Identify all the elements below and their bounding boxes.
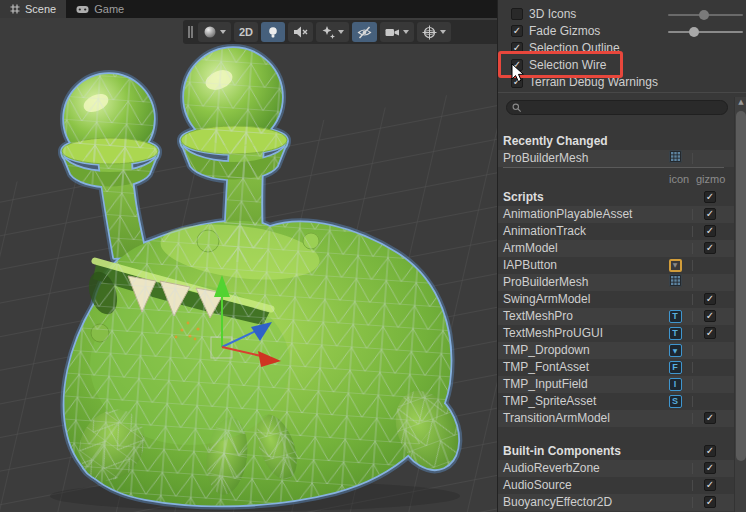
slider-knob[interactable] <box>689 27 699 37</box>
annotation-list: Recently ChangedProBuilderMeshicongizmoS… <box>498 133 734 511</box>
slider-track[interactable] <box>668 14 743 16</box>
component-name: ProBuilderMesh <box>503 274 588 291</box>
column-separator <box>692 328 693 339</box>
section-header-label: Built-in Components <box>503 443 621 460</box>
component-name: TransitionArmModel <box>503 410 610 427</box>
gizmos-search-input[interactable] <box>523 101 723 114</box>
column-separator <box>692 379 693 390</box>
component-name: AudioReverbZone <box>503 460 600 477</box>
tmp-letter-T-icon: T <box>669 327 682 340</box>
slider-knob[interactable] <box>699 10 709 20</box>
checkbox[interactable]: ✓ <box>511 25 523 37</box>
column-separator <box>692 260 693 271</box>
list-item[interactable]: AnimationPlayableAsset✓ <box>498 206 734 223</box>
scrollbar-thumb[interactable] <box>736 111 746 461</box>
section-header-row[interactable]: Built-in Components✓ <box>498 443 734 460</box>
icon-slot: T <box>667 326 683 341</box>
list-item[interactable]: AnimationTrack✓ <box>498 223 734 240</box>
tab-scene-label: Scene <box>25 3 56 15</box>
gizmo-checkbox[interactable]: ✓ <box>704 310 716 322</box>
shading-mode-button[interactable] <box>198 22 231 42</box>
list-item[interactable]: TransitionArmModel✓ <box>498 410 734 427</box>
mouse-cursor <box>511 63 525 83</box>
component-name: TextMeshPro <box>503 308 573 325</box>
gizmo-checkbox[interactable]: ✓ <box>704 191 716 203</box>
chevron-down-icon <box>403 30 409 34</box>
2d-toggle-button[interactable]: 2D <box>234 22 258 42</box>
list-item[interactable]: ArmModel✓ <box>498 240 734 257</box>
column-separator <box>692 226 693 237</box>
column-separator <box>692 243 693 254</box>
camera-icon <box>385 27 400 38</box>
icon-slot: I <box>667 377 683 392</box>
effects-sparkle-icon <box>321 26 335 39</box>
list-item[interactable]: SwingArmModel✓ <box>498 291 734 308</box>
list-item[interactable]: TextMeshProUGUIT✓ <box>498 325 734 342</box>
list-item[interactable]: IAPButton▼ <box>498 257 734 274</box>
eye-hidden-icon <box>357 26 372 39</box>
checkbox[interactable] <box>511 8 523 20</box>
icon-slot: ▼ <box>667 343 683 358</box>
list-item[interactable]: TMP_SpriteAssetS <box>498 393 734 410</box>
component-name: AudioSource <box>503 477 572 494</box>
gizmo-checkbox[interactable]: ✓ <box>704 412 716 424</box>
list-item[interactable]: TMP_FontAssetF <box>498 359 734 376</box>
lighting-toggle-button[interactable] <box>261 22 285 42</box>
toolbar-drag-handle[interactable] <box>188 26 193 38</box>
column-separator <box>692 345 693 356</box>
chevron-down-icon <box>338 30 344 34</box>
list-item[interactable]: AudioSource✓ <box>498 477 734 494</box>
gizmo-option-row[interactable]: ✓Fade Gizmos <box>498 23 746 40</box>
component-name: AnimationPlayableAsset <box>503 206 632 223</box>
icon-slot: T <box>667 309 683 324</box>
component-name: AnimationTrack <box>503 223 586 240</box>
gizmo-checkbox[interactable]: ✓ <box>704 225 716 237</box>
gizmo-checkbox[interactable]: ✓ <box>704 293 716 305</box>
column-separator <box>692 294 693 305</box>
tmp-letter-F-icon: F <box>669 361 682 374</box>
panel-scrollbar[interactable]: ▲ <box>734 97 746 512</box>
gizmo-checkbox[interactable]: ✓ <box>704 445 716 457</box>
scene-toolbar: 2D <box>183 20 497 44</box>
list-item[interactable]: ProBuilderMesh <box>498 274 734 291</box>
iap-button-icon: ▼ <box>669 259 682 272</box>
scene-viewport[interactable]: 2D <box>0 18 497 512</box>
gizmos-searchbox[interactable] <box>506 100 728 115</box>
gizmo-checkbox[interactable]: ✓ <box>704 496 716 508</box>
scrollbar-up-arrow-icon[interactable]: ▲ <box>735 98 746 106</box>
component-name: TMP_FontAsset <box>503 359 589 376</box>
audio-muted-icon <box>293 26 308 38</box>
gizmo-checkbox[interactable]: ✓ <box>704 462 716 474</box>
panel-divider <box>498 92 746 93</box>
gizmo-checkbox[interactable]: ✓ <box>704 242 716 254</box>
section-header-row[interactable]: Recently Changed <box>498 133 734 150</box>
gizmo-checkbox[interactable]: ✓ <box>704 208 716 220</box>
slider-track[interactable] <box>668 31 743 33</box>
gizmo-option-row[interactable]: 3D Icons <box>498 6 746 23</box>
column-separator <box>692 480 693 491</box>
column-separator <box>692 463 693 474</box>
camera-toggle-button[interactable] <box>380 22 414 42</box>
list-item[interactable]: ProBuilderMesh <box>498 150 734 167</box>
effects-toggle-button[interactable] <box>316 22 349 42</box>
list-item[interactable]: AudioReverbZone✓ <box>498 460 734 477</box>
list-item[interactable]: BuoyancyEffector2D✓ <box>498 494 734 511</box>
list-item[interactable]: TMP_InputFieldI <box>498 376 734 393</box>
component-name: TMP_InputField <box>503 376 588 393</box>
tab-game[interactable]: Game <box>66 0 134 18</box>
gizmos-selector-button[interactable] <box>417 22 451 42</box>
component-name: ProBuilderMesh <box>503 150 588 167</box>
column-separator <box>692 277 693 288</box>
list-item[interactable]: TextMeshProT✓ <box>498 308 734 325</box>
tmp-dropdown-icon: ▼ <box>669 344 682 357</box>
scene-view: 2D <box>0 0 497 512</box>
lightbulb-icon <box>267 26 279 39</box>
visibility-toggle-button[interactable] <box>352 22 377 42</box>
column-separator <box>692 362 693 373</box>
audio-toggle-button[interactable] <box>288 22 313 42</box>
gizmo-checkbox[interactable]: ✓ <box>704 327 716 339</box>
list-item[interactable]: TMP_Dropdown▼ <box>498 342 734 359</box>
tab-scene[interactable]: Scene <box>0 0 66 18</box>
section-header-row[interactable]: Scripts✓ <box>498 189 734 206</box>
gizmo-checkbox[interactable]: ✓ <box>704 479 716 491</box>
